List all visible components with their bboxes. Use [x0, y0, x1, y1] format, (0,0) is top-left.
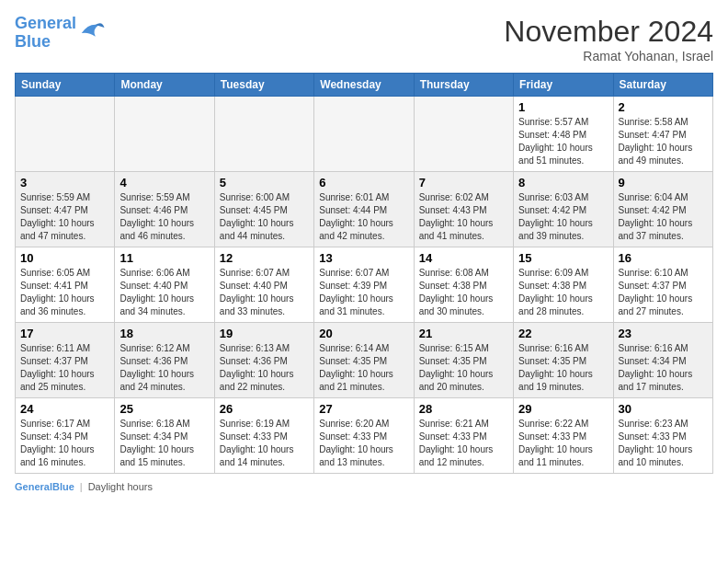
day-number: 13 [319, 251, 408, 265]
day-info: Sunrise: 5:59 AMSunset: 4:46 PMDaylight:… [119, 191, 209, 243]
day-number: 2 [619, 100, 708, 114]
day-cell-21: 21Sunrise: 6:15 AMSunset: 4:35 PMDayligh… [414, 323, 513, 398]
day-number: 29 [518, 402, 608, 416]
day-number: 26 [220, 402, 309, 416]
week-row-3: 10Sunrise: 6:05 AMSunset: 4:41 PMDayligh… [16, 247, 713, 323]
footer-logo: GeneralBlue [15, 481, 74, 492]
day-number: 27 [319, 402, 408, 416]
day-info: Sunrise: 6:23 AMSunset: 4:33 PMDaylight:… [619, 418, 708, 469]
logo-general: General [15, 14, 76, 32]
day-cell-15: 15Sunrise: 6:09 AMSunset: 4:38 PMDayligh… [514, 247, 613, 323]
day-cell-9: 9Sunrise: 6:04 AMSunset: 4:42 PMDaylight… [613, 172, 712, 247]
column-header-sunday: Sunday [16, 74, 115, 97]
day-number: 1 [518, 100, 608, 114]
day-number: 12 [220, 251, 309, 265]
day-cell-2: 2Sunrise: 5:58 AMSunset: 4:47 PMDaylight… [613, 97, 712, 172]
day-cell-empty [414, 97, 513, 172]
column-header-tuesday: Tuesday [214, 74, 313, 97]
column-header-thursday: Thursday [414, 74, 513, 97]
day-cell-18: 18Sunrise: 6:12 AMSunset: 4:36 PMDayligh… [115, 323, 214, 398]
day-info: Sunrise: 6:08 AMSunset: 4:38 PMDaylight:… [419, 267, 508, 318]
day-info: Sunrise: 6:04 AMSunset: 4:42 PMDaylight:… [619, 191, 708, 243]
day-cell-3: 3Sunrise: 5:59 AMSunset: 4:47 PMDaylight… [16, 172, 115, 247]
day-info: Sunrise: 6:09 AMSunset: 4:38 PMDaylight:… [518, 267, 608, 318]
day-number: 11 [119, 251, 209, 265]
day-info: Sunrise: 6:21 AMSunset: 4:33 PMDaylight:… [419, 418, 508, 469]
logo-blue: Blue [15, 32, 51, 51]
day-number: 10 [20, 251, 109, 265]
day-number: 16 [619, 251, 708, 265]
day-cell-24: 24Sunrise: 6:17 AMSunset: 4:34 PMDayligh… [16, 398, 115, 474]
day-cell-4: 4Sunrise: 5:59 AMSunset: 4:46 PMDaylight… [115, 172, 214, 247]
logo: General Blue [15, 15, 106, 52]
day-info: Sunrise: 5:57 AMSunset: 4:48 PMDaylight:… [518, 116, 608, 167]
day-cell-empty [16, 97, 115, 172]
day-cell-16: 16Sunrise: 6:10 AMSunset: 4:37 PMDayligh… [613, 247, 712, 323]
day-info: Sunrise: 6:03 AMSunset: 4:42 PMDaylight:… [518, 191, 608, 243]
week-row-4: 17Sunrise: 6:11 AMSunset: 4:37 PMDayligh… [16, 323, 713, 398]
day-info: Sunrise: 6:16 AMSunset: 4:34 PMDaylight:… [619, 342, 708, 394]
day-info: Sunrise: 6:02 AMSunset: 4:43 PMDaylight:… [419, 191, 508, 243]
day-info: Sunrise: 6:20 AMSunset: 4:33 PMDaylight:… [319, 418, 408, 469]
day-cell-empty [314, 97, 414, 172]
day-number: 24 [20, 402, 109, 416]
day-info: Sunrise: 6:13 AMSunset: 4:36 PMDaylight:… [220, 342, 309, 394]
column-header-monday: Monday [115, 74, 214, 97]
day-cell-25: 25Sunrise: 6:18 AMSunset: 4:34 PMDayligh… [115, 398, 214, 474]
day-number: 17 [20, 327, 109, 340]
day-info: Sunrise: 6:17 AMSunset: 4:34 PMDaylight:… [20, 418, 109, 469]
day-cell-27: 27Sunrise: 6:20 AMSunset: 4:33 PMDayligh… [314, 398, 414, 474]
day-info: Sunrise: 5:58 AMSunset: 4:47 PMDaylight:… [619, 116, 708, 167]
day-info: Sunrise: 6:10 AMSunset: 4:37 PMDaylight:… [619, 267, 708, 318]
day-info: Sunrise: 6:14 AMSunset: 4:35 PMDaylight:… [319, 342, 408, 394]
day-cell-13: 13Sunrise: 6:07 AMSunset: 4:39 PMDayligh… [314, 247, 414, 323]
footer: GeneralBlue | Daylight hours [15, 481, 713, 492]
day-number: 4 [119, 176, 209, 190]
day-cell-empty [115, 97, 214, 172]
day-number: 18 [119, 327, 209, 340]
day-number: 14 [419, 251, 508, 265]
day-info: Sunrise: 6:05 AMSunset: 4:41 PMDaylight:… [20, 267, 109, 318]
day-info: Sunrise: 6:01 AMSunset: 4:44 PMDaylight:… [319, 191, 408, 243]
calendar-table: SundayMondayTuesdayWednesdayThursdayFrid… [15, 73, 713, 474]
day-number: 6 [319, 176, 408, 190]
day-info: Sunrise: 6:15 AMSunset: 4:35 PMDaylight:… [419, 342, 508, 394]
day-info: Sunrise: 6:19 AMSunset: 4:33 PMDaylight:… [220, 418, 309, 469]
day-number: 3 [20, 176, 109, 190]
day-cell-6: 6Sunrise: 6:01 AMSunset: 4:44 PMDaylight… [314, 172, 414, 247]
day-number: 21 [419, 327, 508, 340]
calendar-header: SundayMondayTuesdayWednesdayThursdayFrid… [16, 74, 713, 97]
day-number: 8 [518, 176, 608, 190]
day-cell-14: 14Sunrise: 6:08 AMSunset: 4:38 PMDayligh… [414, 247, 513, 323]
day-number: 30 [619, 402, 708, 416]
week-row-1: 1Sunrise: 5:57 AMSunset: 4:48 PMDaylight… [16, 97, 713, 172]
day-cell-30: 30Sunrise: 6:23 AMSunset: 4:33 PMDayligh… [613, 398, 712, 474]
day-info: Sunrise: 6:18 AMSunset: 4:34 PMDaylight:… [119, 418, 209, 469]
day-number: 23 [619, 327, 708, 340]
day-number: 9 [619, 176, 708, 190]
day-number: 7 [419, 176, 508, 190]
day-number: 19 [220, 327, 309, 340]
day-info: Sunrise: 6:16 AMSunset: 4:35 PMDaylight:… [518, 342, 608, 394]
day-number: 20 [319, 327, 408, 340]
day-info: Sunrise: 6:22 AMSunset: 4:33 PMDaylight:… [518, 418, 608, 469]
day-cell-23: 23Sunrise: 6:16 AMSunset: 4:34 PMDayligh… [613, 323, 712, 398]
day-number: 15 [518, 251, 608, 265]
day-number: 25 [119, 402, 209, 416]
day-cell-10: 10Sunrise: 6:05 AMSunset: 4:41 PMDayligh… [16, 247, 115, 323]
day-cell-19: 19Sunrise: 6:13 AMSunset: 4:36 PMDayligh… [214, 323, 313, 398]
logo-text: General Blue [15, 15, 76, 52]
day-info: Sunrise: 6:11 AMSunset: 4:37 PMDaylight:… [20, 342, 109, 394]
day-cell-5: 5Sunrise: 6:00 AMSunset: 4:45 PMDaylight… [214, 172, 313, 247]
column-header-wednesday: Wednesday [314, 74, 414, 97]
day-cell-7: 7Sunrise: 6:02 AMSunset: 4:43 PMDaylight… [414, 172, 513, 247]
day-cell-1: 1Sunrise: 5:57 AMSunset: 4:48 PMDaylight… [514, 97, 613, 172]
day-number: 28 [419, 402, 508, 416]
column-header-friday: Friday [514, 74, 613, 97]
day-cell-11: 11Sunrise: 6:06 AMSunset: 4:40 PMDayligh… [115, 247, 214, 323]
day-cell-empty [214, 97, 313, 172]
day-info: Sunrise: 6:00 AMSunset: 4:45 PMDaylight:… [220, 191, 309, 243]
day-info: Sunrise: 6:12 AMSunset: 4:36 PMDaylight:… [119, 342, 209, 394]
day-number: 22 [518, 327, 608, 340]
footer-separator: | [80, 481, 83, 492]
